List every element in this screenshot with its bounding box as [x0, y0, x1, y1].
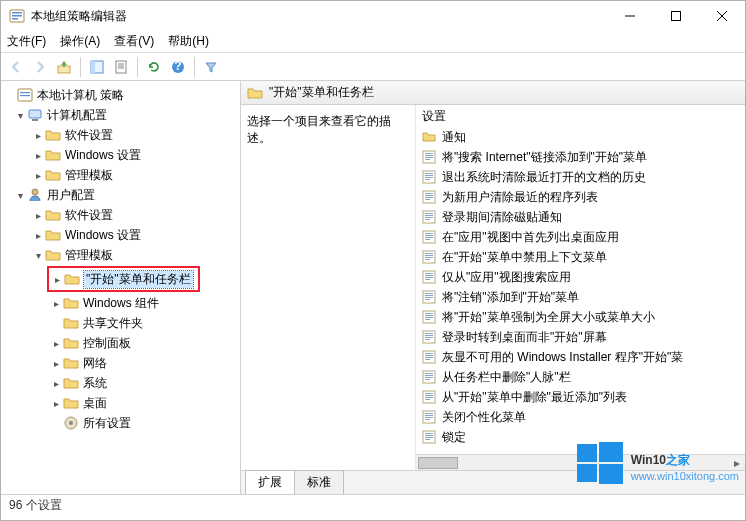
list-item[interactable]: 灰显不可用的 Windows Installer 程序"开始"菜 — [416, 347, 745, 367]
tree-item[interactable]: 桌面 — [1, 393, 240, 413]
up-button[interactable] — [53, 56, 75, 78]
title-bar: 本地组策略编辑器 — [1, 1, 745, 31]
list-item[interactable]: 登录时转到桌面而非"开始"屏幕 — [416, 327, 745, 347]
tree-admin-templates[interactable]: 管理模板 — [1, 245, 240, 265]
folder-icon — [45, 127, 61, 143]
svg-rect-76 — [425, 353, 433, 354]
policy-icon — [17, 87, 33, 103]
toolbar: ? — [1, 53, 745, 81]
tree-pane[interactable]: 本地计算机 策略 计算机配置 软件设置 Windows 设置 管理模板 用户配置… — [1, 81, 241, 494]
list-folder-item[interactable]: 通知 — [416, 127, 745, 147]
expand-icon[interactable] — [49, 398, 63, 409]
maximize-button[interactable] — [653, 1, 699, 31]
user-icon — [27, 187, 43, 203]
minimize-button[interactable] — [607, 1, 653, 31]
menu-action[interactable]: 操作(A) — [60, 33, 100, 50]
menu-help[interactable]: 帮助(H) — [168, 33, 209, 50]
policy-item-icon — [422, 350, 436, 364]
list-item[interactable]: 关闭个性化菜单 — [416, 407, 745, 427]
list-item-label: 从"开始"菜单中删除"最近添加"列表 — [442, 389, 627, 406]
list-item[interactable]: 在"开始"菜单中禁用上下文菜单 — [416, 247, 745, 267]
tree-item[interactable]: 管理模板 — [1, 165, 240, 185]
list-item[interactable]: 将"搜索 Internet"链接添加到"开始"菜单 — [416, 147, 745, 167]
list-item[interactable]: 登录期间清除磁贴通知 — [416, 207, 745, 227]
tree-item[interactable]: 共享文件夹 — [1, 313, 240, 333]
scrollbar-thumb[interactable] — [418, 457, 458, 469]
properties-button[interactable] — [110, 56, 132, 78]
refresh-button[interactable] — [143, 56, 165, 78]
svg-rect-93 — [425, 417, 433, 418]
policy-item-icon — [422, 330, 436, 344]
tab-extended[interactable]: 扩展 — [245, 470, 295, 494]
expand-icon[interactable] — [31, 150, 45, 161]
filter-button[interactable] — [200, 56, 222, 78]
svg-rect-10 — [91, 61, 95, 73]
help-button[interactable]: ? — [167, 56, 189, 78]
tab-standard[interactable]: 标准 — [294, 470, 344, 494]
tree-item[interactable]: Windows 组件 — [1, 293, 240, 313]
svg-rect-64 — [425, 299, 430, 300]
svg-rect-97 — [425, 435, 433, 436]
policy-item-icon — [422, 290, 436, 304]
horizontal-scrollbar[interactable]: ▸ — [416, 454, 745, 470]
expand-icon[interactable] — [49, 378, 63, 389]
list-item[interactable]: 仅从"应用"视图搜索应用 — [416, 267, 745, 287]
menu-view[interactable]: 查看(V) — [114, 33, 154, 50]
svg-rect-78 — [425, 357, 433, 358]
tree-label: Windows 组件 — [83, 295, 159, 312]
expand-icon[interactable] — [31, 170, 45, 181]
expand-icon[interactable] — [50, 274, 64, 285]
list-item[interactable]: 将"注销"添加到"开始"菜单 — [416, 287, 745, 307]
list-item-label: 将"注销"添加到"开始"菜单 — [442, 289, 579, 306]
tree-user-config[interactable]: 用户配置 — [1, 185, 240, 205]
list-item[interactable]: 从任务栏中删除"人脉"栏 — [416, 367, 745, 387]
svg-rect-1 — [12, 12, 22, 14]
svg-rect-81 — [425, 373, 433, 374]
policy-item-icon — [422, 410, 436, 424]
list-item[interactable]: 为新用户清除最近的程序列表 — [416, 187, 745, 207]
expand-icon[interactable] — [31, 130, 45, 141]
list-item[interactable]: 在"应用"视图中首先列出桌面应用 — [416, 227, 745, 247]
policy-item-icon — [422, 370, 436, 384]
tree-label: Windows 设置 — [65, 147, 141, 164]
svg-rect-68 — [425, 317, 433, 318]
svg-rect-72 — [425, 335, 433, 336]
svg-rect-54 — [425, 259, 430, 260]
tree-item[interactable]: 控制面板 — [1, 333, 240, 353]
expand-icon[interactable] — [13, 190, 27, 201]
back-button[interactable] — [5, 56, 27, 78]
tree-item[interactable]: Windows 设置 — [1, 225, 240, 245]
close-button[interactable] — [699, 1, 745, 31]
svg-rect-73 — [425, 337, 433, 338]
column-header-setting[interactable]: 设置 — [416, 105, 745, 127]
tree-computer-config[interactable]: 计算机配置 — [1, 105, 240, 125]
computer-icon — [27, 107, 43, 123]
tree-item[interactable]: 网络 — [1, 353, 240, 373]
expand-icon[interactable] — [13, 110, 27, 121]
expand-icon[interactable] — [31, 250, 45, 261]
tree-item[interactable]: 系统 — [1, 373, 240, 393]
tree-root[interactable]: 本地计算机 策略 — [1, 85, 240, 105]
tree-item[interactable]: Windows 设置 — [1, 145, 240, 165]
scroll-right-arrow[interactable]: ▸ — [729, 456, 745, 470]
expand-icon[interactable] — [49, 338, 63, 349]
svg-rect-8 — [58, 66, 70, 73]
tree-start-taskbar[interactable]: "开始"菜单和任务栏 — [50, 269, 197, 289]
tree-item[interactable]: 软件设置 — [1, 205, 240, 225]
list-item[interactable]: 退出系统时清除最近打开的文档的历史 — [416, 167, 745, 187]
expand-icon[interactable] — [49, 298, 63, 309]
show-hide-tree-button[interactable] — [86, 56, 108, 78]
expand-icon[interactable] — [31, 230, 45, 241]
forward-button[interactable] — [29, 56, 51, 78]
svg-rect-63 — [425, 297, 433, 298]
svg-rect-32 — [425, 175, 433, 176]
settings-list[interactable]: 设置 通知 将"搜索 Internet"链接添加到"开始"菜单退出系统时清除最近… — [416, 105, 745, 470]
list-item[interactable]: 从"开始"菜单中删除"最近添加"列表 — [416, 387, 745, 407]
tree-item[interactable]: 软件设置 — [1, 125, 240, 145]
tree-item[interactable]: 所有设置 — [1, 413, 240, 433]
list-item[interactable]: 锁定 — [416, 427, 745, 447]
menu-file[interactable]: 文件(F) — [7, 33, 46, 50]
expand-icon[interactable] — [31, 210, 45, 221]
list-item[interactable]: 将"开始"菜单强制为全屏大小或菜单大小 — [416, 307, 745, 327]
expand-icon[interactable] — [49, 358, 63, 369]
